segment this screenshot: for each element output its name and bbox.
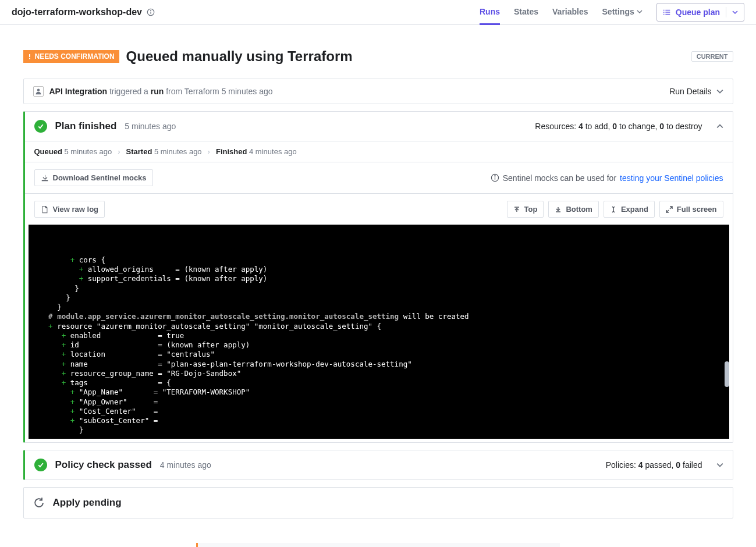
svg-point-8 bbox=[37, 89, 40, 92]
confirmation-panel: Needs Confirmation: Check the plan and c… bbox=[196, 543, 560, 548]
download-sentinel-mocks-button[interactable]: Download Sentinel mocks bbox=[34, 169, 153, 186]
expand-icon bbox=[610, 206, 617, 213]
svg-rect-9 bbox=[41, 180, 48, 181]
status-badge-label: NEEDS CONFIRMATION bbox=[35, 52, 115, 61]
info-icon[interactable] bbox=[147, 8, 155, 16]
scrollbar-thumb[interactable] bbox=[725, 361, 729, 387]
user-icon bbox=[33, 86, 44, 97]
nav-states[interactable]: States bbox=[514, 0, 538, 25]
svg-rect-7 bbox=[29, 58, 30, 59]
plan-header[interactable]: Plan finished 5 minutes ago Resources: 4… bbox=[25, 112, 733, 141]
chevron-down-icon bbox=[716, 88, 723, 95]
refresh-icon bbox=[33, 497, 45, 509]
check-circle-icon bbox=[34, 459, 47, 471]
svg-point-12 bbox=[495, 176, 495, 176]
download-icon bbox=[41, 174, 49, 182]
svg-rect-6 bbox=[29, 54, 30, 57]
run-details-label[interactable]: Run Details bbox=[669, 87, 711, 96]
plan-timeline: Queued 5 minutes ago › Started 5 minutes… bbox=[25, 141, 733, 162]
policy-title: Policy check passed bbox=[55, 459, 152, 471]
chevron-down-icon bbox=[637, 9, 643, 15]
trigger-text: API Integration triggered a run from Ter… bbox=[49, 87, 273, 96]
plan-log-terminal[interactable]: + cors { + allowed_origins = (known afte… bbox=[29, 225, 729, 439]
check-circle-icon bbox=[34, 120, 47, 133]
run-title-row: NEEDS CONFIRMATION Queued manually using… bbox=[23, 48, 733, 65]
chevron-down-icon bbox=[732, 9, 738, 15]
log-fullscreen-button[interactable]: Full screen bbox=[659, 201, 723, 218]
plan-summary: Resources: 4 to add, 0 to change, 0 to d… bbox=[535, 122, 702, 131]
workspace-nav: Runs States Variables Settings Queue pla… bbox=[480, 0, 744, 25]
document-icon bbox=[41, 205, 49, 214]
fullscreen-icon bbox=[666, 206, 673, 213]
workspace-header: dojo-terraform-workshop-dev Runs States … bbox=[0, 0, 756, 25]
status-badge: NEEDS CONFIRMATION bbox=[23, 50, 119, 63]
log-bottom-button[interactable]: Bottom bbox=[548, 201, 599, 218]
sentinel-hint: Sentinel mocks can be used for bbox=[503, 173, 616, 183]
sentinel-row: Download Sentinel mocks Sentinel mocks c… bbox=[25, 162, 733, 193]
nav-settings-label: Settings bbox=[602, 7, 634, 16]
plan-title: Plan finished bbox=[55, 120, 117, 132]
current-badge: CURRENT bbox=[691, 51, 733, 62]
queue-plan-label: Queue plan bbox=[676, 8, 720, 17]
alert-icon bbox=[27, 54, 33, 59]
arrow-up-icon bbox=[513, 206, 520, 213]
chevron-up-icon bbox=[716, 123, 723, 130]
policy-timestamp: 4 minutes ago bbox=[160, 460, 211, 470]
nav-settings[interactable]: Settings bbox=[602, 0, 643, 25]
info-icon bbox=[491, 173, 499, 182]
workspace-name: dojo-terraform-workshop-dev bbox=[12, 7, 142, 17]
plan-card: Plan finished 5 minutes ago Resources: 4… bbox=[23, 111, 733, 443]
queue-plan-button[interactable]: Queue plan bbox=[656, 3, 744, 22]
log-expand-button[interactable]: Expand bbox=[604, 201, 655, 218]
sentinel-policies-link[interactable]: testing your Sentinel policies bbox=[620, 173, 723, 183]
page-title: Queued manually using Terraform bbox=[126, 48, 353, 65]
svg-point-2 bbox=[151, 10, 151, 11]
apply-title: Apply pending bbox=[53, 497, 122, 509]
list-icon bbox=[663, 8, 671, 16]
arrow-down-icon bbox=[555, 206, 562, 213]
log-toolbar: View raw log Top Bottom Expand Full scr bbox=[25, 193, 733, 225]
policy-summary: Policies: 4 passed, 0 failed bbox=[606, 460, 702, 470]
apply-card[interactable]: Apply pending bbox=[23, 487, 733, 518]
view-raw-log-button[interactable]: View raw log bbox=[34, 201, 105, 218]
run-trigger-card[interactable]: API Integration triggered a run from Ter… bbox=[23, 79, 733, 104]
plan-timestamp: 5 minutes ago bbox=[125, 122, 176, 131]
chevron-down-icon bbox=[716, 461, 723, 468]
log-top-button[interactable]: Top bbox=[507, 201, 544, 218]
nav-variables[interactable]: Variables bbox=[552, 0, 588, 25]
policy-card[interactable]: Policy check passed 4 minutes ago Polici… bbox=[23, 450, 733, 480]
nav-runs[interactable]: Runs bbox=[480, 0, 500, 25]
